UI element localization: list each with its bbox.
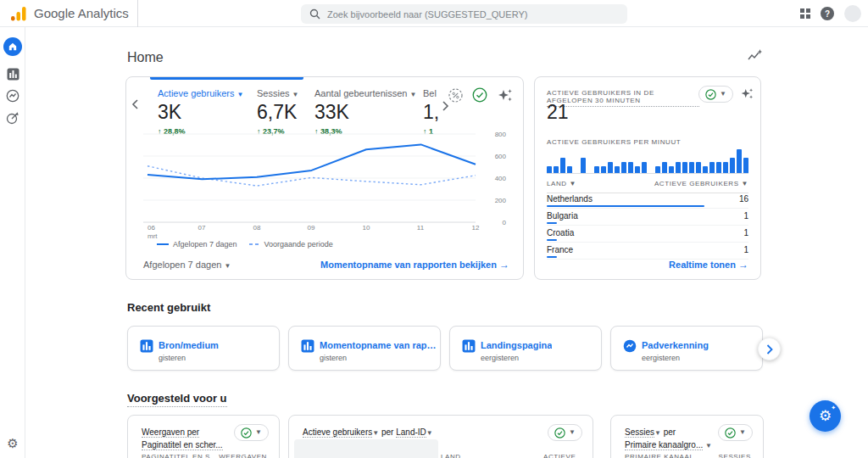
chevron-down-icon: ▼ [739,429,746,436]
brand-title: Google Analytics [34,6,129,20]
legend-dashed-line-icon [249,243,260,245]
minute-bar [689,162,694,173]
country-bar [547,205,704,207]
home-icon [3,37,22,56]
minute-bar [682,162,687,173]
minute-bar [669,166,674,173]
sampling-icon[interactable] [448,88,463,103]
minute-bar [621,162,626,173]
sidebar-item-home[interactable] [0,37,25,56]
metric-active-users[interactable]: Actieve gebruikers ▼ 3K ↑ 28,8% [158,88,243,136]
minute-bar [601,166,606,173]
minute-bar [655,166,660,173]
column-country[interactable]: LAND ▼ [547,180,576,187]
data-quality-pill[interactable]: ▼ [698,86,733,103]
chart-legend: Afgelopen 7 dagen Voorgaande periode [157,240,333,249]
recent-card-source-medium[interactable]: Bron/medium gisteren [127,326,280,371]
reports-snapshot-link[interactable]: Momentopname van rapporten bekijken → [320,259,509,271]
sidebar-item-reports[interactable] [0,68,25,81]
metric-key-events[interactable]: Bel 1, ↑ 1 [423,88,439,136]
column-active-users[interactable]: ACTIEVE GEBRUIKERS ▼ [654,180,748,187]
metric-value: 1, [423,101,439,124]
sidebar-item-explore[interactable] [0,89,25,103]
account-property-selector[interactable]: ▼ [138,0,318,27]
y-tick: 800 [482,131,506,138]
recent-card-path-exploration[interactable]: Padverkenning eergisteren [610,326,763,371]
page-title: Home [127,50,164,65]
chevron-down-icon: ▼ [237,91,244,98]
country-row[interactable]: Netherlands 16 [547,192,748,209]
x-tick: 09 [308,224,315,232]
minute-bar [676,162,681,173]
minute-bar [703,166,708,173]
chevron-down-icon: ▼ [255,429,262,436]
x-tick: 12 [472,224,480,232]
data-quality-pill[interactable]: ▼ [548,424,582,441]
suggested-card-sessions-by-channel[interactable]: Sessies▼ per Primaire kanaalgro... ▼ ▼ P… [610,415,764,458]
insights-sparkle-icon[interactable] [497,88,513,103]
google-analytics-logo-icon [10,6,27,21]
minute-bar [662,162,667,173]
sidebar-item-advertising[interactable] [0,111,25,125]
overview-card: Actieve gebruikers ▼ 3K ↑ 28,8% Sessies … [125,76,524,280]
date-range-selector[interactable]: Afgelopen 7 dagen ▼ [143,260,231,270]
chevron-down-icon: ▼ [741,180,748,187]
customize-fab[interactable]: ⚙ ✦ [810,400,841,432]
recent-card-reports-snapshot[interactable]: Momentopname van rapporten gisteren [288,326,441,371]
check-circle-icon [725,427,736,438]
country-bar [547,222,557,224]
chevron-down-icon: ▼ [570,180,577,187]
country-row[interactable]: France 1 [547,243,748,260]
line-previous [147,166,476,186]
y-tick: 200 [482,197,506,204]
suggested-card-users-by-country[interactable]: Actieve gebruikers▼ per Land-ID▼ ▼ LAND … [288,415,593,458]
reports-icon [7,68,19,81]
x-tick: 10 [363,224,370,232]
metric-event-count[interactable]: Aantal gebeurtenissen ▼ 33K ↑ 38,3% [314,88,416,136]
suggested-card-views-by-page-title[interactable]: Weergaven per Paginatitel en scher... ▼ … [127,415,280,458]
minute-bar [635,166,640,173]
data-quality-pill[interactable]: ▼ [234,424,269,441]
sparkle-icon: ✦ [831,405,836,411]
chevron-down-icon: ▼ [292,91,299,98]
help-icon[interactable]: ? [821,7,834,20]
geo-map-placeholder [294,439,438,458]
report-icon [301,339,314,356]
legend-solid-line-icon [157,243,169,245]
chevron-down-icon: ▼ [224,262,231,270]
y-tick: 400 [482,175,506,182]
google-analytics-home: Google Analytics ▼ Zoek bijvoorbeeld naa… [0,0,868,458]
insights-icon[interactable] [748,49,762,65]
sidebar-item-admin[interactable]: ⚙ [0,437,25,450]
arrow-right-icon: → [499,259,509,271]
search-bar[interactable]: Zoek bijvoorbeeld naar (SUGGESTED_QUERY) [301,4,627,24]
carousel-next-button[interactable] [758,338,781,360]
country-row[interactable]: Croatia 1 [547,226,748,243]
realtime-card: ACTIEVE GEBRUIKERS IN DE AFGELOPEN 30 MI… [534,76,761,280]
minute-bar [743,158,748,173]
x-tick: 11 [417,224,424,232]
minute-bar [594,166,599,173]
apps-grid-icon[interactable] [800,8,810,19]
chevron-down-icon: ▼ [426,429,433,437]
recent-card-landing-page[interactable]: Landingspagina eergisteren [449,326,602,371]
selected-metric-indicator [150,77,303,80]
realtime-bar-chart [547,148,748,174]
minute-bar [554,166,559,173]
check-circle-icon [705,89,716,100]
metric-value: 6,7K [257,101,299,124]
realtime-link[interactable]: Realtime tonen → [669,259,748,271]
country-row[interactable]: Bulgaria 1 [547,209,748,226]
data-quality-pill[interactable]: ▼ [718,424,753,441]
realtime-title[interactable]: ACTIEVE GEBRUIKERS IN DE AFGELOPEN 30 MI… [547,89,699,107]
country-table: Netherlands 16 Bulgaria 1 Croatia 1 Fran… [547,192,748,260]
metrics-prev-button[interactable] [131,98,140,113]
avatar[interactable] [844,5,861,22]
gear-icon: ⚙ [819,409,832,423]
metric-sessions[interactable]: Sessies ▼ 6,7K ↑ 23,7% [257,88,299,136]
insights-sparkle-icon[interactable] [740,87,754,103]
minute-bar [723,162,728,173]
legend-previous-label: Voorgaande periode [264,240,333,249]
data-quality-check-icon[interactable] [472,87,487,103]
minute-bar [642,162,647,173]
